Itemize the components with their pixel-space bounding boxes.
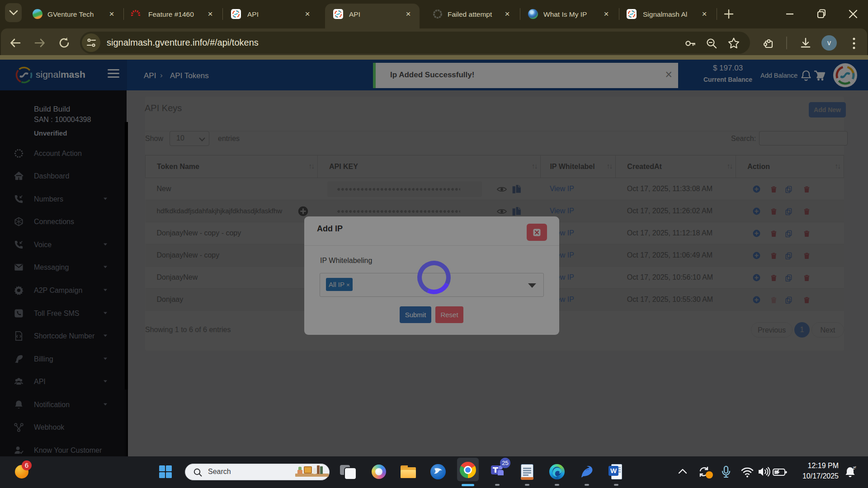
svg-text:z: z: [854, 465, 856, 469]
